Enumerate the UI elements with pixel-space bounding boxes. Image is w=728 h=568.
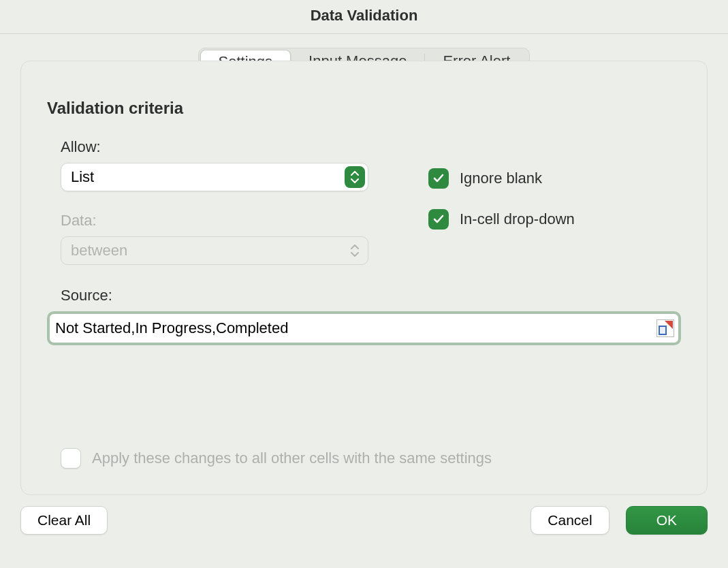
data-label: Data:: [61, 212, 428, 230]
source-label: Source:: [61, 287, 681, 304]
apply-all-label: Apply these changes to all other cells w…: [92, 449, 492, 467]
in-cell-dropdown-label: In-cell drop-down: [460, 210, 575, 228]
check-icon: [432, 172, 445, 185]
dialog-title: Data Validation: [0, 0, 728, 34]
ok-button[interactable]: OK: [626, 506, 708, 535]
cancel-button[interactable]: Cancel: [531, 506, 609, 535]
data-select: [61, 236, 368, 265]
allow-select-value[interactable]: [61, 163, 368, 191]
validation-criteria-heading: Validation criteria: [47, 99, 681, 118]
allow-label: Allow:: [61, 138, 428, 156]
source-field[interactable]: [47, 311, 681, 345]
dialog-footer: Clear All Cancel OK: [0, 495, 728, 535]
source-input[interactable]: [55, 314, 656, 343]
check-icon: [432, 213, 445, 225]
data-select-value: [61, 236, 368, 265]
in-cell-dropdown-checkbox[interactable]: [428, 209, 449, 230]
allow-dropdown-icon[interactable]: [345, 166, 365, 188]
ignore-blank-row[interactable]: Ignore blank: [428, 168, 575, 189]
ignore-blank-label: Ignore blank: [460, 170, 542, 187]
apply-all-row: Apply these changes to all other cells w…: [61, 448, 492, 469]
data-dropdown-icon: [345, 240, 365, 262]
settings-panel: Validation criteria Allow: Data:: [20, 61, 708, 495]
allow-select[interactable]: [61, 163, 368, 191]
in-cell-dropdown-row[interactable]: In-cell drop-down: [428, 209, 575, 230]
ignore-blank-checkbox[interactable]: [428, 168, 449, 189]
clear-all-button[interactable]: Clear All: [20, 506, 108, 535]
apply-all-checkbox: [61, 448, 81, 469]
range-picker-icon[interactable]: [656, 319, 674, 337]
